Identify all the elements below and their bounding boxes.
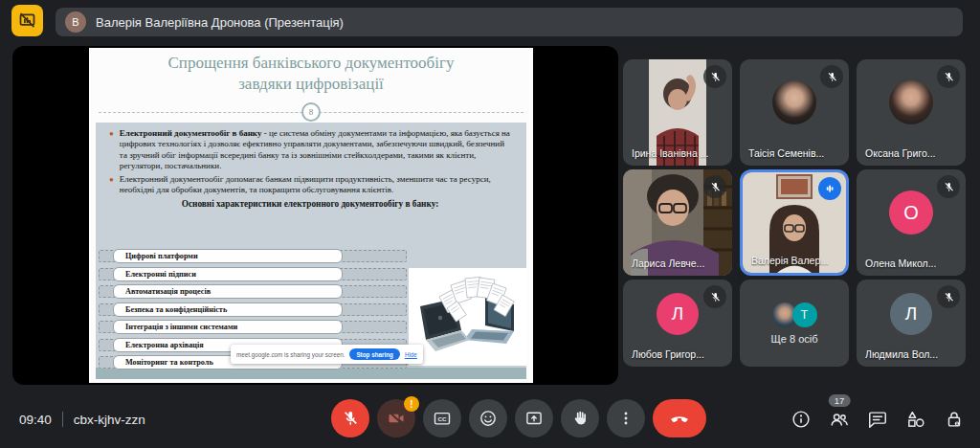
- muted-mic-badge: [820, 65, 843, 88]
- presentation-stopped-icon[interactable]: [11, 5, 43, 36]
- avatar: В: [65, 11, 86, 33]
- host-controls-lock-icon: [944, 409, 965, 430]
- camera-off-icon: [387, 409, 406, 428]
- raise-hand-button[interactable]: [561, 399, 599, 437]
- slide-page-number: 8: [301, 102, 321, 122]
- chat-button[interactable]: [866, 408, 889, 431]
- feature-label: Електронні підписи: [113, 267, 343, 281]
- overflow-count-label: Ще 8 осіб: [740, 333, 849, 345]
- documents-illustration: [409, 268, 527, 366]
- participant-name: Оксана Григо...: [865, 147, 936, 159]
- host-controls-button[interactable]: [943, 408, 966, 431]
- feature-row: Цифрові платформи: [99, 249, 416, 264]
- participant-name: Таісія Семенів...: [748, 147, 824, 159]
- feature-label: Інтеграція з іншими системами: [113, 320, 343, 334]
- svg-text:CC: CC: [437, 415, 447, 422]
- participant-name: Валерія Валер...: [751, 255, 829, 266]
- participant-tile[interactable]: Л Любов Григор...: [623, 280, 732, 367]
- muted-mic-badge: [937, 285, 960, 308]
- share-message: meet.google.com is sharing your screen.: [236, 351, 345, 358]
- participant-tile[interactable]: Таісія Семенів...: [740, 59, 849, 166]
- avatar-letter: Л: [905, 303, 917, 325]
- slide-subheading: Основні характеристики електронного доку…: [109, 199, 511, 211]
- feature-row: Інтеграція з іншими системами: [99, 320, 416, 335]
- participant-name: Олена Микол...: [865, 258, 936, 269]
- avatar-letter: О: [903, 202, 919, 224]
- info-button[interactable]: [790, 408, 813, 431]
- slide-title: Спрощення банківського документообігу за…: [99, 53, 523, 96]
- present-screen-icon: [524, 409, 544, 428]
- captions-button[interactable]: CC: [423, 399, 461, 437]
- laptops-exchange-illustration: [412, 272, 523, 362]
- participant-tile[interactable]: О Любов Григор... Олена Микол...: [857, 169, 966, 276]
- participant-tile[interactable]: Оксана Григо...: [857, 59, 966, 166]
- feature-label: Безпека та конфіденційність: [113, 302, 343, 317]
- meeting-panels: 17: [790, 408, 966, 431]
- present-screen-button[interactable]: [515, 399, 553, 437]
- bullet-marker: ●: [109, 174, 114, 196]
- emoji-reactions-icon: [479, 409, 498, 428]
- feature-row: Автоматизація процесів: [99, 284, 416, 300]
- mic-off-icon: [341, 409, 360, 428]
- slide-title-line1: Спрощення банківського документообігу: [99, 53, 523, 74]
- people-icon: [829, 409, 850, 430]
- slide-bullets: ● Електронний документообіг в банку - це…: [109, 128, 511, 210]
- slide: Спрощення банківського документообігу за…: [89, 48, 533, 383]
- stop-sharing-button[interactable]: Stop sharing: [349, 348, 399, 360]
- bullet-item: ● Електронний документообіг допомагає ба…: [109, 174, 511, 196]
- feature-row: Безпека та конфіденційність: [99, 302, 416, 318]
- presentation-slash-glyph: [17, 11, 37, 31]
- hide-link[interactable]: Hide: [405, 351, 417, 358]
- bullet2-text: Електронний документообіг допомагає банк…: [120, 174, 511, 196]
- chat-icon: [867, 409, 888, 430]
- call-controls: ! CC: [331, 399, 706, 437]
- screen-share-toast: meet.google.com is sharing your screen. …: [231, 345, 423, 364]
- presentation-stage: Спрощення банківського документообігу за…: [12, 46, 618, 385]
- participant-tile[interactable]: Ірина Іванівна ...: [623, 59, 732, 166]
- participant-tile[interactable]: Лариса Левче...: [623, 169, 732, 276]
- camera-alert-badge: !: [404, 396, 419, 412]
- muted-mic-badge: [703, 175, 726, 198]
- bullet-marker: ●: [109, 128, 114, 171]
- divider: [62, 412, 63, 427]
- participant-count-badge: 17: [829, 394, 851, 407]
- avatar: Т: [792, 302, 817, 327]
- avatar: О: [889, 190, 933, 235]
- avatar: Л: [657, 293, 699, 335]
- meeting-code: cbx-kjhv-zzn: [74, 413, 145, 427]
- participant-tile[interactable]: Л Людмила Вол...: [857, 280, 966, 367]
- end-call-icon: [668, 407, 691, 430]
- captions-icon: CC: [433, 409, 452, 428]
- participant-tile-active-speaker[interactable]: Валерія Валер...: [740, 169, 849, 276]
- bullet-item: ● Електронний документообіг в банку - це…: [109, 128, 511, 171]
- mic-off-button[interactable]: [331, 399, 369, 437]
- overflow-avatars: Т: [740, 302, 849, 327]
- meeting-info: 09:40 cbx-kjhv-zzn: [19, 412, 145, 427]
- muted-mic-badge: [937, 175, 960, 198]
- info-icon: [791, 409, 812, 430]
- avatar: [772, 80, 816, 124]
- camera-off-button[interactable]: !: [377, 399, 415, 437]
- muted-mic-badge: [937, 65, 960, 88]
- reactions-button[interactable]: [469, 399, 507, 437]
- participant-name: Ірина Іванівна ...: [632, 147, 708, 159]
- more-options-icon: [616, 409, 635, 428]
- more-options-button[interactable]: [607, 399, 645, 437]
- presenting-label: Валерія Валеріївна Дронова (Презентація): [96, 15, 344, 30]
- bullet-text: Електронний документообіг в банку - це с…: [120, 128, 511, 171]
- overflow-participants-tile[interactable]: Т Ще 8 осіб: [740, 280, 849, 367]
- avatar-letter: Л: [672, 303, 683, 325]
- presenting-banner[interactable]: В Валерія Валеріївна Дронова (Презентаці…: [56, 8, 963, 36]
- activities-icon: [905, 409, 926, 430]
- muted-mic-badge: [703, 285, 726, 308]
- bullet1-lead: Електронний документообіг в банку: [120, 128, 262, 138]
- avatar: Л: [890, 293, 932, 335]
- participant-name: Людмила Вол...: [865, 348, 938, 360]
- people-button[interactable]: 17: [828, 408, 851, 431]
- activities-button[interactable]: [904, 408, 927, 431]
- end-call-button[interactable]: [653, 399, 706, 437]
- avatar: [889, 80, 933, 124]
- avatar-letter: В: [72, 16, 78, 28]
- participant-name: Любов Григор...: [632, 348, 704, 360]
- feature-row: Електронні підписи: [99, 267, 416, 282]
